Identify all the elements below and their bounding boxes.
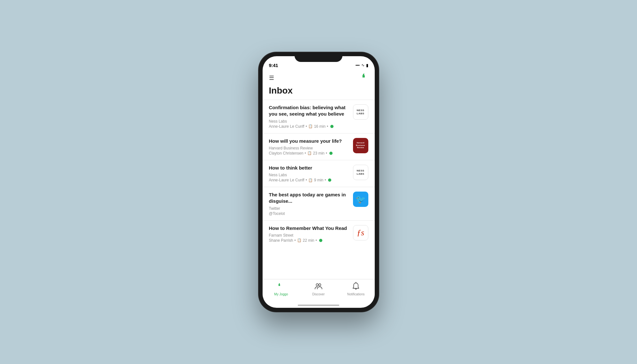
article-source: Ness Labs <box>269 173 349 177</box>
notifications-icon <box>352 282 360 292</box>
publisher-logo-hbr: HarvardBusinessReview <box>353 138 368 153</box>
wifi-icon: ∿ <box>361 63 365 67</box>
svg-point-1 <box>316 284 318 286</box>
article-item[interactable]: The best apps today are games in disguis… <box>263 187 375 220</box>
publisher-logo-nesslabs2: NESSLABS <box>353 165 368 180</box>
app-logo[interactable]: ❛ <box>358 73 368 83</box>
author-name: @Tocelot <box>269 211 285 216</box>
read-time: 16 min <box>314 124 326 129</box>
ness-labs-logo-text2: NESSLABS <box>357 169 365 175</box>
unread-dot <box>330 125 334 128</box>
unread-dot <box>319 239 322 242</box>
svg-point-2 <box>319 284 321 286</box>
article-title: Confirmation bias: believing what you se… <box>269 104 349 118</box>
article-source: Farnam Street <box>269 233 349 238</box>
article-source: Harvard Business Review <box>269 146 349 150</box>
doc-icon: 📋 <box>308 178 313 182</box>
article-text: How to Remember What You Read Farnam Str… <box>269 225 349 243</box>
article-meta: Anne-Laure Le Cunff • 📋 16 min • <box>269 124 349 129</box>
status-time: 9:41 <box>269 63 278 68</box>
article-text: The best apps today are games in disguis… <box>269 192 349 216</box>
article-title: How to Remember What You Read <box>269 225 349 231</box>
home-indicator <box>263 305 375 308</box>
menu-button[interactable]: ☰ <box>269 75 274 81</box>
hamburger-icon: ☰ <box>269 75 274 81</box>
discover-icon <box>314 282 323 292</box>
article-text: How will you measure your life? Harvard … <box>269 138 349 155</box>
doc-icon: 📋 <box>307 151 312 155</box>
page-title: Inbox <box>263 84 375 100</box>
separator: • <box>306 178 307 182</box>
author-name: Anne-Laure Le Cunff <box>269 178 304 182</box>
unread-dot <box>329 152 333 155</box>
author-name: Anne-Laure Le Cunff <box>269 124 304 129</box>
separator2: • <box>325 178 326 182</box>
nav-label-discover: Discover <box>312 292 325 296</box>
nav-label-notifications: Notifications <box>347 292 365 296</box>
publisher-logo-nesslabs: NESSLABS <box>353 104 368 120</box>
svg-text:❛: ❛ <box>278 282 280 290</box>
article-source: Twitter <box>269 206 349 211</box>
separator: • <box>295 238 296 243</box>
desktop-background: 9:41 ▪▪▪ ∿ ▮ ☰ ❛ Inbox <box>0 0 637 364</box>
article-item[interactable]: Confirmation bias: believing what you se… <box>263 100 375 133</box>
publisher-logo-twitter: 🐦 <box>353 192 368 207</box>
separator: • <box>306 124 307 129</box>
separator2: • <box>326 151 327 155</box>
author-name: Shane Parrish <box>269 238 293 243</box>
separator2: • <box>327 124 328 129</box>
read-time: 9 min <box>314 178 323 182</box>
nav-label-myjoggo: My Joggo <box>274 292 288 296</box>
article-text: How to think better Ness Labs Anne-Laure… <box>269 165 349 182</box>
app-header: ☰ ❛ <box>263 70 375 84</box>
myjoggo-icon: ❛ <box>277 282 285 292</box>
article-item[interactable]: How will you measure your life? Harvard … <box>263 133 375 160</box>
bottom-nav: ❛ My Joggo <box>263 279 375 305</box>
article-meta: Clayton Christensen • 📋 23 min • <box>269 151 349 155</box>
notch <box>295 52 342 62</box>
read-time: 22 min <box>303 238 314 243</box>
phone-screen: 9:41 ▪▪▪ ∿ ▮ ☰ ❛ Inbox <box>263 56 375 308</box>
read-time: 23 min <box>313 151 325 155</box>
article-item[interactable]: How to Remember What You Read Farnam Str… <box>263 220 375 247</box>
hbr-logo-inner: HarvardBusinessReview <box>356 142 365 149</box>
publisher-logo-fs: ƒs <box>353 225 368 240</box>
article-text: Confirmation bias: believing what you se… <box>269 104 349 129</box>
nav-item-discover[interactable]: Discover <box>307 282 330 296</box>
ness-labs-logo-text: NESSLABS <box>357 109 365 115</box>
doc-icon: 📋 <box>297 238 302 242</box>
battery-icon: ▮ <box>366 63 368 68</box>
author-name: Clayton Christensen <box>269 151 303 155</box>
separator2: • <box>316 238 317 243</box>
article-meta: Anne-Laure Le Cunff • 📋 9 min • <box>269 178 349 182</box>
article-title: How to think better <box>269 165 349 171</box>
article-title: The best apps today are games in disguis… <box>269 192 349 205</box>
nav-item-myjoggo[interactable]: ❛ My Joggo <box>270 282 292 296</box>
article-title: How will you measure your life? <box>269 138 349 144</box>
hbr-logo-text: HarvardBusinessReview <box>356 142 365 149</box>
article-item[interactable]: How to think better Ness Labs Anne-Laure… <box>263 160 375 187</box>
unread-dot <box>328 178 331 182</box>
home-bar <box>298 305 339 306</box>
article-meta: @Tocelot <box>269 211 349 216</box>
doc-icon: 📋 <box>308 124 313 128</box>
article-source: Ness Labs <box>269 119 349 124</box>
status-icons: ▪▪▪ ∿ ▮ <box>356 63 368 68</box>
separator: • <box>305 151 306 155</box>
app-logo-comma: ❛ <box>362 73 365 83</box>
content-area[interactable]: Confirmation bias: believing what you se… <box>263 100 375 279</box>
phone-frame: 9:41 ▪▪▪ ∿ ▮ ☰ ❛ Inbox <box>259 52 379 312</box>
fs-logo-text: ƒs <box>357 228 364 238</box>
article-meta: Shane Parrish • 📋 22 min • <box>269 238 349 243</box>
signal-icon: ▪▪▪ <box>356 63 360 67</box>
twitter-icon: 🐦 <box>356 194 366 204</box>
nav-item-notifications[interactable]: Notifications <box>345 282 367 296</box>
